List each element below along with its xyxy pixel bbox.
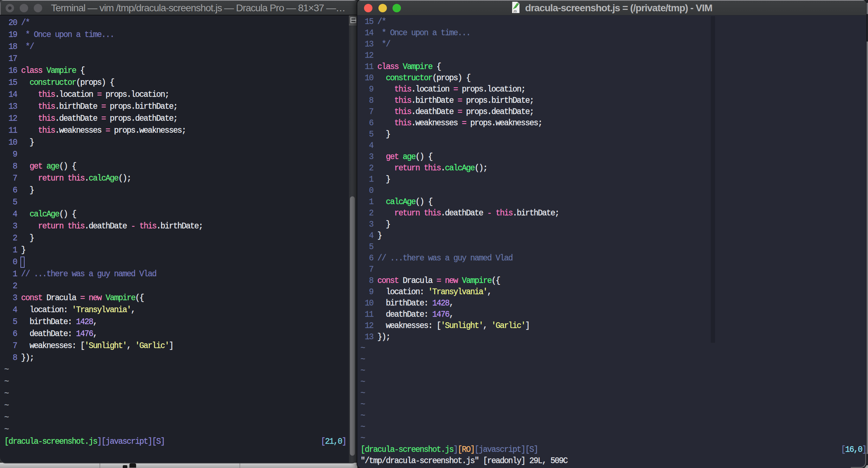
svg-text:JS: JS: [513, 10, 517, 13]
